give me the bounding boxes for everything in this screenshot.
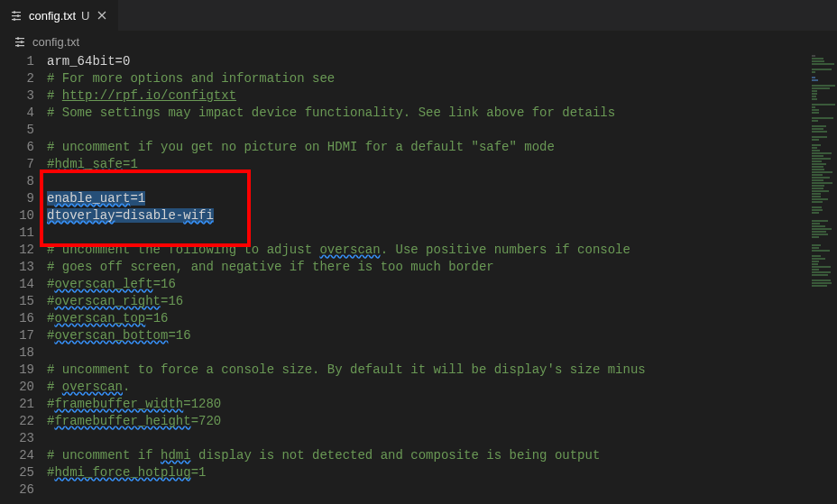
breadcrumb-filename: config.txt xyxy=(32,35,79,49)
breadcrumb[interactable]: config.txt xyxy=(0,32,837,51)
code-line[interactable]: arm_64bit=0 xyxy=(47,53,810,70)
line-number: 21 xyxy=(0,396,34,413)
code-line[interactable]: # uncomment if hdmi display is not detec… xyxy=(47,447,810,464)
svg-rect-0 xyxy=(12,12,21,13)
settings-file-icon xyxy=(9,8,23,23)
line-number: 1 xyxy=(0,53,34,70)
svg-rect-4 xyxy=(12,19,21,20)
code-line[interactable]: #framebuffer_height=720 xyxy=(47,413,810,430)
svg-point-5 xyxy=(14,18,16,21)
tab-bar: config.txt U xyxy=(0,0,837,32)
line-number: 6 xyxy=(0,139,34,156)
line-number: 8 xyxy=(0,173,34,190)
line-number: 10 xyxy=(0,207,34,225)
line-number: 23 xyxy=(0,430,34,447)
line-number: 9 xyxy=(0,190,34,207)
svg-rect-6 xyxy=(15,38,24,39)
code-line[interactable]: enable_uart=1 xyxy=(47,190,810,207)
code-line[interactable] xyxy=(47,344,810,362)
code-line[interactable]: #hdmi_force_hotplug=1 xyxy=(47,464,810,481)
code-line[interactable]: #overscan_top=16 xyxy=(47,310,810,327)
line-number: 5 xyxy=(0,122,34,139)
line-number: 15 xyxy=(0,293,34,310)
line-number: 25 xyxy=(0,464,34,481)
code-line[interactable]: # goes off screen, and negative if there… xyxy=(47,259,810,276)
editor[interactable]: 1234567891011121314151617181920212223242… xyxy=(0,51,837,504)
svg-rect-8 xyxy=(15,41,24,42)
line-number: 22 xyxy=(0,413,34,430)
line-number: 4 xyxy=(0,105,34,122)
line-number: 14 xyxy=(0,276,34,293)
code-area[interactable]: arm_64bit=0# For more options and inform… xyxy=(47,51,810,504)
code-line[interactable]: # overscan. xyxy=(47,379,810,396)
code-line[interactable]: #hdmi_safe=1 xyxy=(47,156,810,173)
svg-rect-10 xyxy=(15,45,24,46)
line-number: 12 xyxy=(0,242,34,259)
code-line[interactable] xyxy=(47,481,810,499)
svg-rect-2 xyxy=(12,15,21,16)
tab-close-button[interactable] xyxy=(95,8,109,23)
code-line[interactable] xyxy=(47,225,810,242)
line-number: 13 xyxy=(0,259,34,276)
svg-point-3 xyxy=(17,14,20,17)
code-line[interactable] xyxy=(47,173,810,190)
line-number: 2 xyxy=(0,70,34,87)
line-number: 20 xyxy=(0,379,34,396)
line-number: 16 xyxy=(0,310,34,327)
code-line[interactable]: #framebuffer_width=1280 xyxy=(47,396,810,413)
code-line[interactable]: # Some settings may impact device functi… xyxy=(47,105,810,122)
code-line[interactable]: # uncomment to force a console size. By … xyxy=(47,362,810,379)
line-number: 11 xyxy=(0,225,34,242)
svg-point-9 xyxy=(21,41,23,43)
code-line[interactable]: dtoverlay=disable-wifi xyxy=(47,207,810,225)
line-number: 19 xyxy=(0,362,34,379)
tab-filename: config.txt xyxy=(29,9,76,23)
code-line[interactable]: # http://rpf.io/configtxt xyxy=(47,87,810,105)
line-number: 18 xyxy=(0,344,34,362)
code-line[interactable]: # For more options and information see xyxy=(47,70,810,87)
minimap[interactable] xyxy=(810,51,837,504)
line-number: 24 xyxy=(0,447,34,464)
tab-modified-badge: U xyxy=(81,9,89,23)
code-line[interactable]: #overscan_left=16 xyxy=(47,276,810,293)
code-line[interactable]: #overscan_right=16 xyxy=(47,293,810,310)
code-line[interactable]: # uncomment the following to adjust over… xyxy=(47,242,810,259)
code-line[interactable]: #overscan_bottom=16 xyxy=(47,327,810,344)
code-line[interactable] xyxy=(47,122,810,139)
code-line[interactable]: # uncomment if you get no picture on HDM… xyxy=(47,139,810,156)
line-number: 26 xyxy=(0,481,34,499)
line-number: 3 xyxy=(0,87,34,105)
code-line[interactable] xyxy=(47,430,810,447)
svg-point-1 xyxy=(14,11,16,14)
svg-point-7 xyxy=(17,37,20,40)
line-number-gutter: 1234567891011121314151617181920212223242… xyxy=(0,51,47,504)
line-number: 17 xyxy=(0,327,34,344)
tab-config[interactable]: config.txt U xyxy=(0,0,119,31)
line-number: 7 xyxy=(0,156,34,173)
settings-file-icon xyxy=(13,34,27,49)
svg-point-11 xyxy=(17,44,20,47)
